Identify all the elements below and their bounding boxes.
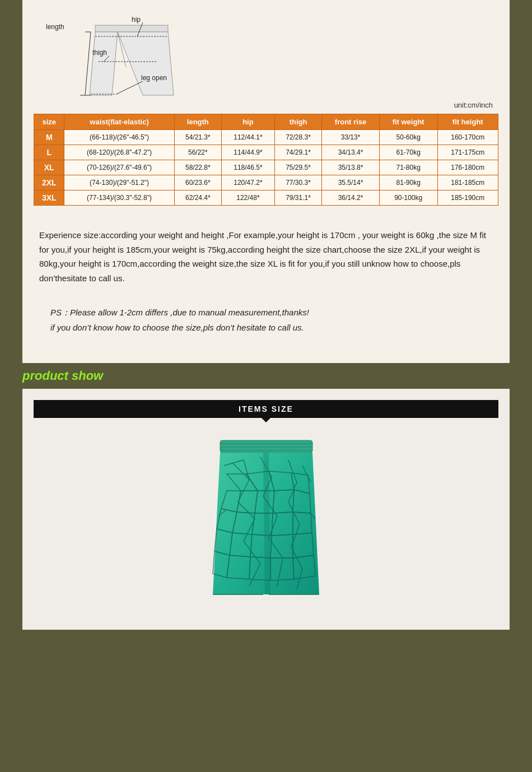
cell-size: 2XL (34, 175, 64, 190)
cell-length: 58/22.8* (174, 160, 221, 175)
table-row: XL (70-126)/(27.6"-49.6") 58/22.8* 118/4… (34, 160, 498, 175)
cell-front-rise: 33/13* (322, 130, 380, 145)
col-header-hip: hip (222, 114, 275, 130)
cell-fit-weight: 50-60kg (379, 130, 437, 145)
col-header-fit-weight: fit weight (379, 114, 437, 130)
col-header-waist: waist(flat-elastic) (64, 114, 174, 130)
svg-text:thigh: thigh (92, 49, 107, 57)
cell-hip: 120/47.2* (222, 175, 275, 190)
svg-text:length: length (46, 23, 64, 31)
cell-length: 62/24.4* (174, 190, 221, 206)
cell-fit-height: 176-180cm (437, 160, 498, 175)
experience-section: Experience size:according your weight an… (34, 217, 498, 296)
cell-waist: (68-120)/(26.8"-47.2") (64, 145, 174, 160)
svg-marker-1 (90, 32, 118, 95)
cell-fit-height: 185-190cm (437, 190, 498, 206)
cell-front-rise: 35/13.8* (322, 160, 380, 175)
diagram-svg: length hip thigh leg open (45, 17, 213, 104)
col-header-size: size (34, 114, 64, 130)
cell-waist: (66-118)/(26"-46.5") (64, 130, 174, 145)
svg-rect-18 (220, 440, 312, 453)
table-row: L (68-120)/(26.8"-47.2") 56/22* 114/44.9… (34, 145, 498, 160)
cell-hip: 118/46.5* (222, 160, 275, 175)
product-show-section: ITEMS SIZE (22, 389, 510, 630)
table-row: M (66-118)/(26"-46.5") 54/21.3* 112/44.1… (34, 130, 498, 145)
diagram-container: length hip thigh leg open (45, 17, 213, 101)
cell-hip: 122/48* (222, 190, 275, 206)
shorts-image-container (34, 429, 498, 603)
col-header-length: length (174, 114, 221, 130)
diagram-section: length hip thigh leg open (34, 11, 498, 101)
cell-size: 3XL (34, 190, 64, 206)
cell-thigh: 77/30.3* (274, 175, 321, 190)
product-show-label: product show (22, 369, 103, 383)
col-header-front-rise: front rise (322, 114, 380, 130)
svg-line-15 (116, 81, 143, 94)
cell-thigh: 74/29.1* (274, 145, 321, 160)
table-header-row: size waist(flat-elastic) length hip thig… (34, 114, 498, 130)
experience-text: Experience size:according your weight an… (39, 228, 493, 285)
cell-fit-weight: 61-70kg (379, 145, 437, 160)
cell-waist: (70-126)/(27.6"-49.6") (64, 160, 174, 175)
main-content: length hip thigh leg open unit:cm/inch s… (22, 0, 510, 363)
cell-waist: (77-134)/(30.3"-52.8") (64, 190, 174, 206)
cell-size: XL (34, 160, 64, 175)
product-show-banner: product show (0, 363, 532, 389)
cell-front-rise: 34/13.4* (322, 145, 380, 160)
cell-fit-height: 160-170cm (437, 130, 498, 145)
table-row: 3XL (77-134)/(30.3"-52.8") 62/24.4* 122/… (34, 190, 498, 206)
svg-text:leg open: leg open (141, 74, 167, 82)
unit-text: unit:cm/inch (454, 101, 493, 109)
items-size-label: ITEMS SIZE (239, 404, 293, 413)
cell-thigh: 72/28.3* (274, 130, 321, 145)
table-row: 2XL (74-130)/(29"-51.2") 60/23.6* 120/47… (34, 175, 498, 190)
ps-line2: if you don’t know how to choose the size… (50, 320, 487, 335)
ps-section: PS：Please allow 1-2cm differs ,due to ma… (34, 296, 498, 352)
cell-front-rise: 36/14.2* (322, 190, 380, 206)
cell-thigh: 75/29.5* (274, 160, 321, 175)
cell-hip: 112/44.1* (222, 130, 275, 145)
cell-front-rise: 35.5/14* (322, 175, 380, 190)
cell-length: 56/22* (174, 145, 221, 160)
ps-line1: PS：Please allow 1-2cm differs ,due to ma… (50, 305, 487, 320)
cell-size: M (34, 130, 64, 145)
cell-fit-weight: 71-80kg (379, 160, 437, 175)
cell-size: L (34, 145, 64, 160)
shorts-illustration (204, 429, 328, 603)
cell-thigh: 79/31.1* (274, 190, 321, 206)
cell-fit-height: 181-185cm (437, 175, 498, 190)
cell-fit-height: 171-175cm (437, 145, 498, 160)
svg-rect-0 (95, 25, 168, 32)
svg-marker-2 (118, 32, 174, 95)
cell-waist: (74-130)/(29"-51.2") (64, 175, 174, 190)
svg-text:hip: hip (132, 17, 141, 24)
svg-line-4 (85, 32, 91, 95)
col-header-thigh: thigh (274, 114, 321, 130)
cell-fit-weight: 81-90kg (379, 175, 437, 190)
cell-length: 60/23.6* (174, 175, 221, 190)
cell-fit-weight: 90-100kg (379, 190, 437, 206)
cell-length: 54/21.3* (174, 130, 221, 145)
items-size-bar: ITEMS SIZE (34, 400, 498, 418)
cell-hip: 114/44.9* (222, 145, 275, 160)
col-header-fit-height: fit height (437, 114, 498, 130)
size-table: size waist(flat-elastic) length hip thig… (34, 114, 498, 206)
